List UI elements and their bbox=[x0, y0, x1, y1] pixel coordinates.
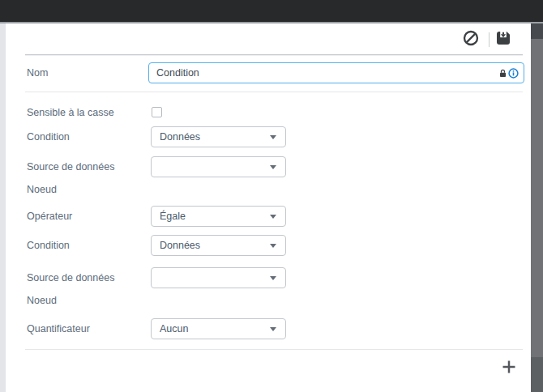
caret-down-icon bbox=[270, 135, 276, 139]
save-button[interactable] bbox=[494, 28, 513, 48]
data-source-2-dropdown[interactable] bbox=[151, 267, 286, 288]
caret-down-icon bbox=[270, 215, 276, 219]
cancel-button[interactable] bbox=[461, 28, 481, 48]
name-input[interactable] bbox=[148, 62, 524, 83]
caret-down-icon bbox=[270, 165, 276, 169]
field-label-node-2: Noeud bbox=[27, 295, 57, 306]
case-sensitive-checkbox[interactable] bbox=[152, 107, 162, 117]
field-label-data-source-2: Source de données bbox=[27, 267, 114, 288]
info-icon[interactable] bbox=[508, 68, 519, 79]
scrollbar-track-top bbox=[531, 23, 543, 39]
lock-icon bbox=[498, 69, 507, 78]
left-gutter bbox=[0, 23, 6, 392]
field-label-nom: Nom bbox=[27, 67, 48, 79]
dropdown-value: Données bbox=[160, 240, 200, 251]
dropdown-value: Aucun bbox=[160, 323, 188, 334]
add-button[interactable] bbox=[500, 358, 518, 376]
quantifier-dropdown[interactable]: Aucun bbox=[151, 318, 286, 339]
dropdown-value: Égale bbox=[160, 211, 186, 222]
divider bbox=[25, 54, 523, 56]
plus-icon bbox=[502, 360, 516, 374]
scrollbar-track bbox=[531, 23, 543, 392]
caret-down-icon bbox=[270, 276, 276, 280]
field-label-quantifier: Quantificateur bbox=[27, 318, 90, 339]
field-label-operator: Opérateur bbox=[27, 206, 72, 227]
scrollbar-thumb[interactable] bbox=[531, 39, 543, 357]
form-panel: Nom Sensible à la casse Condition Donnée… bbox=[6, 23, 531, 392]
field-label-node-1: Noeud bbox=[27, 184, 57, 195]
data-source-1-dropdown[interactable] bbox=[151, 156, 286, 177]
toolbar-divider bbox=[489, 32, 490, 47]
field-label-data-source-1: Source de données bbox=[27, 156, 114, 177]
condition-1-dropdown[interactable]: Données bbox=[151, 126, 286, 147]
block-icon bbox=[463, 30, 479, 46]
field-label-condition-2: Condition bbox=[27, 235, 70, 256]
save-icon bbox=[496, 31, 511, 45]
caret-down-icon bbox=[270, 327, 276, 331]
scrollbar-track-bottom bbox=[531, 357, 543, 392]
condition-2-dropdown[interactable]: Données bbox=[151, 235, 286, 256]
divider bbox=[25, 92, 523, 92]
app-topbar bbox=[0, 0, 543, 22]
name-input-wrap bbox=[148, 62, 524, 83]
field-label-case-sensitive: Sensible à la casse bbox=[27, 107, 114, 118]
operator-dropdown[interactable]: Égale bbox=[151, 206, 286, 227]
caret-down-icon bbox=[270, 244, 276, 248]
dropdown-value: Données bbox=[160, 131, 200, 143]
divider bbox=[25, 349, 523, 350]
field-label-condition-1: Condition bbox=[27, 126, 70, 147]
